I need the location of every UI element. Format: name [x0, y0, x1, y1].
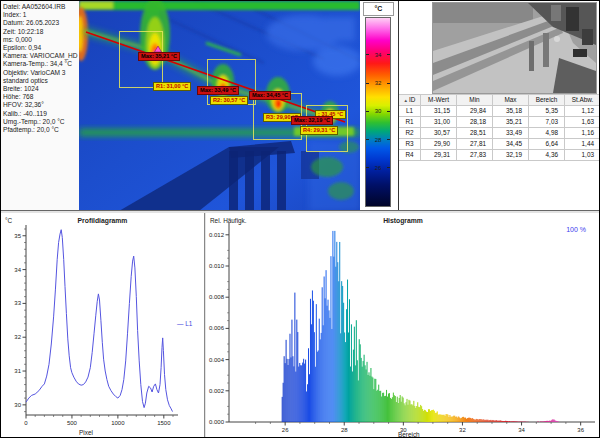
thermal-image[interactable]: Max: 35,21 °C R1: 31,00 °C Max: 33,49 °C… — [79, 1, 360, 211]
svg-text:31: 31 — [14, 368, 21, 374]
value-cell: 1,44 — [565, 139, 600, 149]
metadata-line: Kalib.: -40..119 — [3, 110, 79, 118]
table-row[interactable]: R131,0028,1835,217,031,63 — [399, 117, 600, 128]
histogram-title: Histogramm — [206, 217, 600, 224]
table-header-row: ▲IDM-WertMinMaxBereichSt.Abw. — [399, 94, 600, 106]
value-cell: 31,00 — [421, 117, 457, 127]
histogram-y-axis-label: Rel. Häufigk. — [210, 217, 247, 224]
table-header-stabw[interactable]: St.Abw. — [565, 95, 600, 105]
table-row[interactable]: R429,3127,8332,194,361,03 — [399, 150, 600, 161]
svg-text:0.008: 0.008 — [209, 294, 225, 300]
svg-text:35: 35 — [14, 233, 21, 239]
metadata-line: HFOV: 32,36° — [3, 101, 79, 109]
value-cell: 28,18 — [457, 117, 493, 127]
thermography-app-window: Datei: AA052604.IRBIndex: 1Datum: 26.05.… — [0, 0, 600, 438]
svg-text:0.002: 0.002 — [209, 388, 225, 394]
value-cell: 33,49 — [493, 128, 529, 138]
row-id-cell: R4 — [399, 150, 421, 160]
metadata-line: Umg.-Temp.: 20,0 °C — [3, 118, 79, 126]
table-header-bereich[interactable]: Bereich — [529, 95, 565, 105]
row-id-cell: R1 — [399, 117, 421, 127]
max-label-r3[interactable]: Max: 34,45 °C — [249, 91, 291, 100]
value-cell: 31,15 — [421, 106, 457, 116]
metadata-line: Zeit: 10:22:18 — [3, 28, 79, 36]
profile-chart-title: Profildiagramm — [1, 217, 204, 224]
histogram-percent-annotation: 100 % — [566, 226, 586, 233]
metadata-line: Höhe: 768 — [3, 93, 79, 101]
histogram-panel: Histogramm Rel. Häufigk. 100 % 0.0000.00… — [206, 213, 600, 438]
svg-text:0.000: 0.000 — [209, 419, 225, 425]
svg-text:34: 34 — [518, 427, 525, 433]
metadata-line: Kamera: VARIOCAM_HD — [3, 52, 79, 60]
row-id-cell: L1 — [399, 106, 421, 116]
visual-photo[interactable] — [432, 2, 597, 94]
histogram-chart[interactable]: 0.0000.0020.0040.0060.0080.0100.01226283… — [206, 213, 600, 438]
value-cell: 35,18 — [493, 106, 529, 116]
metadata-line: Pfadtemp.: 20,0 °C — [3, 126, 79, 134]
table-row[interactable]: L131,1529,8435,185,351,12 — [399, 106, 600, 117]
metadata-line: Epsilon: 0,94 — [3, 44, 79, 52]
value-cell: 7,03 — [529, 117, 565, 127]
max-label-r4[interactable]: Max: 32,19 °C — [291, 116, 333, 125]
metadata-panel: Datei: AA052604.IRBIndex: 1Datum: 26.05.… — [1, 1, 79, 211]
metadata-line: standard optics — [3, 77, 79, 85]
region-label-r1[interactable]: R1: 31,00 °C — [153, 82, 191, 91]
profile-y-axis-unit: °C — [5, 217, 12, 224]
svg-text:34: 34 — [14, 267, 21, 273]
svg-text:28: 28 — [341, 427, 348, 433]
profile-chart[interactable]: 303132333435050010001500 — [1, 213, 204, 438]
table-row[interactable]: R230,5728,5133,494,981,16 — [399, 128, 600, 139]
svg-text:500: 500 — [67, 420, 78, 426]
right-pane: ▲IDM-WertMinMaxBereichSt.Abw.L131,1529,8… — [398, 1, 600, 211]
metadata-line: Datei: AA052604.IRB — [3, 3, 79, 11]
table-header-min[interactable]: Min — [457, 95, 493, 105]
color-scale-pane: °C 3432302826 — [360, 1, 398, 211]
value-cell: 29,84 — [457, 106, 493, 116]
region-label-r4[interactable]: R4: 29,31 °C — [300, 126, 338, 135]
scale-unit-label: °C — [363, 2, 394, 16]
value-cell: 4,98 — [529, 128, 565, 138]
svg-text:0.006: 0.006 — [209, 325, 225, 331]
value-cell: 1,03 — [565, 150, 600, 160]
value-cell: 1,63 — [565, 117, 600, 127]
max-label-r1[interactable]: Max: 35,21 °C — [138, 52, 180, 61]
metadata-line: ms: 0,000 — [3, 36, 79, 44]
value-cell: 29,31 — [421, 150, 457, 160]
value-cell: 27,83 — [457, 150, 493, 160]
value-cell: 28,51 — [457, 128, 493, 138]
table-header-max[interactable]: Max — [493, 95, 529, 105]
svg-text:0.004: 0.004 — [209, 357, 225, 363]
svg-text:0: 0 — [24, 420, 28, 426]
color-scale-bar[interactable]: 3432302826 — [365, 17, 391, 207]
value-cell: 34,45 — [493, 139, 529, 149]
metadata-line: Index: 1 — [3, 11, 79, 19]
value-cell: 6,64 — [529, 139, 565, 149]
value-cell: 35,21 — [493, 117, 529, 127]
svg-text:36: 36 — [577, 427, 584, 433]
value-cell: 29,90 — [421, 139, 457, 149]
histogram-x-axis-label: Bereich — [398, 431, 420, 438]
value-cell: 1,12 — [565, 106, 600, 116]
svg-text:1500: 1500 — [157, 420, 171, 426]
max-label-r2[interactable]: Max: 33,49 °C — [197, 86, 239, 95]
region-label-r2[interactable]: R2: 30,57 °C — [210, 96, 248, 105]
legend-series-name: L1 — [185, 320, 192, 327]
legend-line-swatch: — — [177, 320, 183, 327]
table-row[interactable]: R329,9027,8134,456,641,44 — [399, 139, 600, 150]
table-header-id[interactable]: ▲ID — [399, 95, 421, 105]
sort-asc-icon: ▲ — [404, 98, 408, 103]
value-cell: 4,36 — [529, 150, 565, 160]
table-header-mwert[interactable]: M-Wert — [421, 95, 457, 105]
svg-text:1000: 1000 — [111, 420, 125, 426]
svg-text:33: 33 — [14, 300, 21, 306]
svg-text:32: 32 — [459, 427, 466, 433]
svg-text:0.012: 0.012 — [209, 232, 225, 238]
profile-chart-panel: Profildiagramm °C 3031323334350500100015… — [1, 213, 204, 438]
svg-text:0.010: 0.010 — [209, 263, 225, 269]
profile-legend[interactable]: — L1 — [177, 320, 192, 327]
value-cell: 30,57 — [421, 128, 457, 138]
value-cell: 27,81 — [457, 139, 493, 149]
metadata-line: Kamera-Temp.: 34,4 °C — [3, 60, 79, 68]
value-cell: 32,19 — [493, 150, 529, 160]
row-id-cell: R2 — [399, 128, 421, 138]
